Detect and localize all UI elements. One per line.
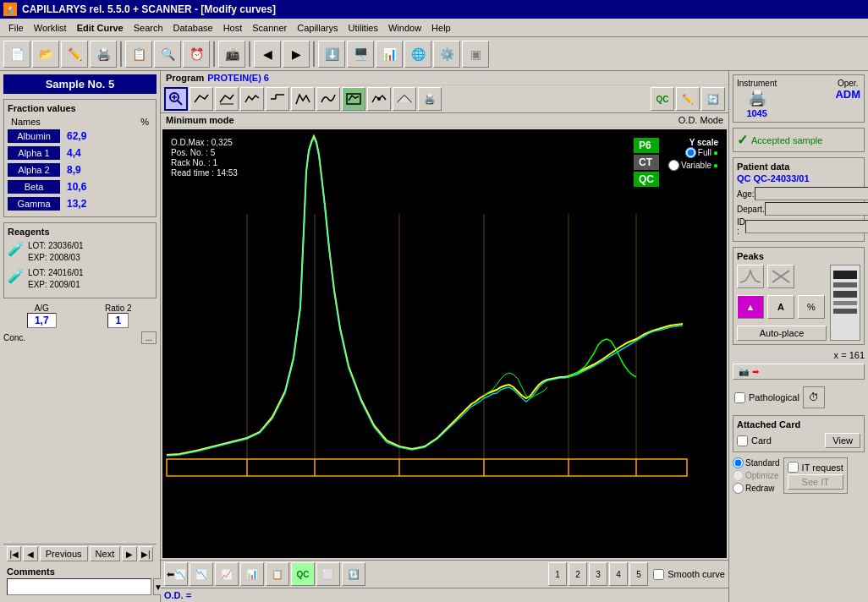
menu-utilities[interactable]: Utilities — [343, 21, 383, 35]
nav-next-btn[interactable]: Next — [90, 546, 121, 561]
curve-btn-8[interactable] — [367, 87, 391, 111]
y-scale-full-radio[interactable]: Full ● — [685, 147, 718, 158]
optimize-radio[interactable]: Optimize — [733, 470, 780, 481]
curve-tool-7[interactable]: 🔃 — [342, 562, 365, 586]
nav-prev-btn[interactable]: Previous — [40, 546, 88, 561]
card-checkbox[interactable] — [737, 435, 748, 446]
page-5[interactable]: 5 — [629, 562, 648, 586]
instrument-section: Instrument 🖨️ 1045 Oper. ADM — [733, 74, 865, 123]
toolbar-clock[interactable]: ⏰ — [183, 41, 210, 68]
refresh-btn[interactable]: 🔄 — [701, 87, 725, 111]
curve-tool-6[interactable]: ⬜ — [316, 562, 340, 586]
it-request-checkbox[interactable] — [788, 462, 799, 473]
id-input[interactable] — [745, 220, 868, 233]
nav-next-arrow[interactable]: ▶ — [122, 546, 136, 561]
curve-tool-3[interactable]: 📈 — [215, 562, 239, 586]
toolbar-list[interactable]: 📋 — [125, 41, 152, 68]
depart-input[interactable] — [765, 202, 868, 216]
menu-scanner[interactable]: Scanner — [247, 21, 292, 35]
age-input[interactable] — [755, 187, 868, 200]
curve-btn-6[interactable] — [316, 87, 340, 111]
qc-btn[interactable]: QC — [651, 87, 674, 111]
standard-radio[interactable]: Standard — [733, 457, 780, 468]
toolbar-new[interactable]: 📄 — [3, 41, 30, 68]
nav-prev-arrow[interactable]: ◀ — [23, 546, 37, 561]
page-3[interactable]: 3 — [589, 562, 607, 586]
fraction-title: Fraction values — [8, 103, 152, 113]
curve-tool-1[interactable]: ⬅📉 — [164, 562, 188, 586]
curve-tool-4[interactable]: 📊 — [240, 562, 264, 586]
curve-btn-5[interactable] — [291, 87, 315, 111]
edit-curve-btn[interactable]: ✏️ — [676, 87, 700, 111]
curve-btn-7[interactable] — [342, 87, 365, 111]
page-4[interactable]: 4 — [609, 562, 628, 586]
toolbar-edit[interactable]: ✏️ — [61, 41, 88, 68]
y-scale-title: Y scale — [668, 138, 718, 147]
toolbar-forward[interactable]: ▶ — [283, 41, 310, 68]
fraction-value-beta: 10,6 — [60, 179, 93, 194]
toolbar-network[interactable]: 🌐 — [404, 41, 431, 68]
print-curve-btn[interactable]: 🖨️ — [418, 87, 442, 111]
reagent-1-icon: 🧪 — [8, 240, 25, 257]
menu-database[interactable]: Database — [168, 21, 218, 35]
menu-capillarys[interactable]: Capillarys — [292, 21, 343, 35]
see-it-button[interactable]: See IT — [788, 474, 843, 490]
toolbar-back[interactable]: ◀ — [254, 41, 281, 68]
menu-window[interactable]: Window — [383, 21, 426, 35]
smooth-curve-checkbox[interactable] — [653, 569, 664, 580]
scan-button[interactable]: 📷 ➡ — [733, 364, 865, 380]
curve-tool-5[interactable]: 📋 — [266, 562, 289, 586]
curve-tool-2[interactable]: 📉 — [190, 562, 213, 586]
toolbar-search[interactable]: 🔍 — [154, 41, 181, 68]
curve-btn-9[interactable] — [393, 87, 416, 111]
menu-search[interactable]: Search — [129, 21, 168, 35]
center-area: Program PROTEIN(E) 6 — [161, 71, 728, 602]
patient-title: Patient data — [737, 161, 860, 172]
menu-edit-curve[interactable]: Edit Curve — [72, 21, 129, 35]
curve-btn-3[interactable] — [240, 87, 264, 111]
zoom-in-btn[interactable] — [164, 87, 188, 111]
page-2[interactable]: 2 — [569, 562, 587, 586]
toolbar-settings[interactable]: ⚙️ — [433, 41, 460, 68]
smooth-curve-label[interactable]: Smooth curve — [653, 569, 725, 580]
fraction-row-albumin: Albumin 62,9 — [8, 129, 152, 144]
redraw-radio[interactable]: Redraw — [733, 483, 780, 494]
curve-btn-1[interactable] — [190, 87, 213, 111]
reagent-2-icon: 🧪 — [8, 267, 25, 284]
comments-input[interactable] — [7, 578, 151, 595]
peaks-btn-normal[interactable] — [737, 265, 764, 288]
peaks-btn-a[interactable]: A — [767, 295, 794, 319]
more-button[interactable]: ... — [141, 331, 157, 344]
peaks-btn-pct[interactable]: % — [798, 295, 825, 319]
curve-btn-2[interactable] — [215, 87, 239, 111]
toolbar-download[interactable]: ⬇️ — [318, 41, 345, 68]
clock-btn[interactable]: ⏱ — [803, 386, 825, 408]
curve-tool-qc[interactable]: QC — [291, 562, 315, 586]
nav-last[interactable]: ▶| — [139, 546, 153, 561]
curve-btn-4[interactable] — [266, 87, 289, 111]
fraction-row-gamma: Gamma 13,2 — [8, 196, 152, 211]
menu-file[interactable]: File — [3, 21, 29, 35]
peaks-btn-delete[interactable] — [767, 265, 794, 288]
toolbar-print[interactable]: 🖨️ — [90, 41, 117, 68]
badge-ct: CT — [634, 155, 659, 170]
peaks-btn-triangle[interactable]: ▲ — [737, 295, 764, 319]
auto-place-btn[interactable]: Auto-place — [737, 326, 827, 341]
toolbar-scan[interactable]: 📠 — [218, 41, 245, 68]
nav-first[interactable]: |◀ — [7, 546, 21, 561]
menu-host[interactable]: Host — [218, 21, 248, 35]
minimum-mode-label: Minimum mode — [166, 115, 234, 125]
pathological-checkbox[interactable] — [734, 392, 745, 403]
page-1[interactable]: 1 — [548, 562, 567, 586]
view-button[interactable]: View — [825, 433, 860, 448]
card-row: Card View — [737, 433, 860, 448]
chart-svg — [162, 129, 727, 558]
reagent-1-lot: LOT: 23036/01 — [28, 240, 84, 252]
menu-worklist[interactable]: Worklist — [29, 21, 72, 35]
toolbar-monitor[interactable]: 🖥️ — [347, 41, 374, 68]
toolbar-open[interactable]: 📂 — [32, 41, 59, 68]
menu-help[interactable]: Help — [426, 21, 456, 35]
toolbar-data[interactable]: 📊 — [376, 41, 403, 68]
toolbar-power[interactable]: ▣ — [462, 41, 489, 68]
y-scale-variable-radio[interactable]: Variable ● — [668, 160, 718, 171]
